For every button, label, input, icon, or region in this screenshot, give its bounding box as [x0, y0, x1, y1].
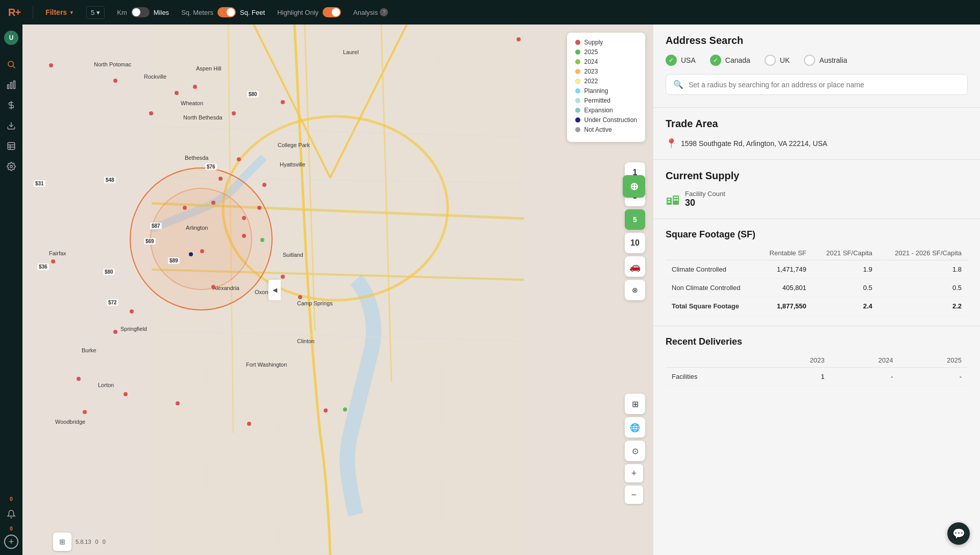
address-search-section: Address Search ✓ USA ✓ Canada UK Austral…: [666, 35, 968, 95]
map-label: Suitland: [283, 252, 303, 258]
supply-dot: [517, 37, 521, 41]
sf-col-label: [666, 246, 757, 260]
del-col-2025: 2025: [899, 353, 968, 368]
usa-checkbox[interactable]: ✓: [666, 55, 677, 66]
svg-rect-30: [668, 201, 669, 203]
count-select[interactable]: 5 ▾: [86, 6, 105, 19]
sf-val-total-rentable: 1,877,550: [757, 297, 813, 316]
legend-dot-2022: [575, 79, 580, 84]
recent-deliveries-section: Recent Deliveries 2023 2024 2025 Facilit…: [666, 336, 968, 386]
map-label: Aspen Hill: [196, 65, 222, 71]
toggle-knob: [132, 8, 140, 16]
crosshair-button[interactable]: ⊙: [625, 441, 645, 461]
trade-area-section: Trade Area 📍 1598 Southgate Rd, Arlingto…: [666, 118, 968, 149]
map-label: Fairfax: [49, 250, 66, 256]
legend-item-not-active: Not Active: [575, 126, 637, 133]
sf-label-total: Total Square Footage: [666, 297, 757, 316]
sf-col-2021: 2021 SF/Capita: [813, 246, 878, 260]
uk-label: UK: [780, 56, 790, 64]
layers-button[interactable]: ⊞: [53, 533, 71, 551]
supply-dot: [49, 63, 53, 67]
sidebar-item-bell[interactable]: [2, 505, 20, 523]
legend-item-planning: Planning: [575, 87, 637, 94]
legend-dot-2023: [575, 69, 580, 74]
main-content: U 0 0 +: [0, 25, 980, 555]
sq-units-toggle[interactable]: [217, 7, 236, 17]
radius-5-button[interactable]: 5: [625, 209, 645, 230]
filters-button[interactable]: Filters ▼: [45, 8, 74, 16]
sidebar-item-search[interactable]: [2, 55, 20, 74]
map-label: Fort Washington: [246, 361, 287, 368]
uk-checkbox[interactable]: [765, 55, 776, 66]
supply-dot: [247, 422, 251, 426]
supply-dot: [211, 285, 215, 289]
price-label: $72: [107, 299, 118, 306]
usa-label: USA: [681, 56, 696, 64]
sidebar-add-button[interactable]: +: [4, 535, 18, 549]
highlight-label: Highlight Only: [277, 9, 318, 16]
del-label-facilities: Facilities: [666, 368, 762, 386]
legend-label: Planning: [584, 87, 608, 94]
selection-button[interactable]: ⊞: [625, 394, 645, 414]
globe-button[interactable]: 🌐: [625, 417, 645, 438]
user-avatar[interactable]: U: [4, 31, 18, 45]
sidebar-item-settings[interactable]: [2, 157, 20, 176]
country-checks: ✓ USA ✓ Canada UK Australia: [666, 55, 968, 66]
canada-label: Canada: [725, 56, 750, 64]
map-label: Alexandria: [213, 285, 239, 291]
sidebar-item-chart[interactable]: [2, 76, 20, 94]
supply-dot: [193, 85, 197, 89]
highlight-toggle[interactable]: [323, 7, 341, 17]
map-area[interactable]: North Potomac Rockville Aspen Hill Laure…: [22, 25, 653, 555]
sidebar-left: U 0 0 +: [0, 25, 22, 555]
supply-header: Facility Count 30: [666, 190, 968, 208]
chat-button[interactable]: 💬: [947, 522, 970, 545]
legend-item-under-construction: Under Construction: [575, 116, 637, 124]
country-australia[interactable]: Australia: [804, 55, 847, 66]
map-label: Clinton: [297, 338, 314, 344]
supply-dot-2025: [343, 407, 347, 412]
supply-dot: [211, 201, 215, 205]
analysis-help-icon[interactable]: ?: [380, 8, 388, 16]
country-usa[interactable]: ✓ USA: [666, 55, 696, 66]
badge-bottom: 0: [2, 525, 20, 533]
sf-row-total: Total Square Footage 1,877,550 2.4 2.2: [666, 297, 968, 316]
panel-toggle-arrow[interactable]: ◀: [268, 280, 281, 300]
legend-label: Supply: [584, 39, 603, 46]
legend-item-2022: 2022: [575, 78, 637, 85]
svg-rect-38: [677, 199, 678, 201]
australia-checkbox[interactable]: [804, 55, 815, 66]
canada-checkbox[interactable]: ✓: [710, 55, 721, 66]
country-uk[interactable]: UK: [765, 55, 790, 66]
under-construction-dot: [189, 252, 193, 256]
legend-dot-permitted: [575, 98, 580, 103]
km-miles-toggle[interactable]: [131, 7, 150, 17]
del-col-2024: 2024: [830, 353, 899, 368]
address-search-input[interactable]: [689, 81, 960, 89]
sidebar-item-table[interactable]: [2, 137, 20, 155]
zoom-out-button[interactable]: −: [625, 486, 643, 504]
map-version: 5.8.13: [76, 539, 91, 545]
price-label: $87: [150, 223, 162, 229]
sf-val-climate-rentable: 1,471,749: [757, 260, 813, 279]
section-divider-3: [653, 219, 980, 219]
sidebar-item-dollar[interactable]: [2, 96, 20, 114]
percent-button[interactable]: ⊗: [625, 280, 645, 300]
radius-10-button[interactable]: 10: [625, 233, 645, 253]
country-canada[interactable]: ✓ Canada: [710, 55, 750, 66]
legend-dot-not-active: [575, 127, 580, 132]
location-button[interactable]: 🚗: [625, 256, 645, 277]
map-label: North Bethesda: [183, 114, 222, 120]
svg-rect-7: [8, 142, 15, 150]
target-location-button[interactable]: ⊕: [623, 175, 645, 198]
supply-dot: [51, 259, 55, 263]
address-search-box[interactable]: 🔍: [666, 74, 968, 95]
map-svg: [22, 25, 653, 555]
legend-dot-supply: [575, 40, 580, 45]
price-label: $80: [247, 91, 259, 98]
search-icon: 🔍: [673, 80, 683, 89]
legend-dot-2025: [575, 50, 580, 55]
zoom-in-button[interactable]: +: [625, 464, 643, 482]
sidebar-item-download[interactable]: [2, 116, 20, 135]
deliveries-header-row: 2023 2024 2025: [666, 353, 968, 368]
